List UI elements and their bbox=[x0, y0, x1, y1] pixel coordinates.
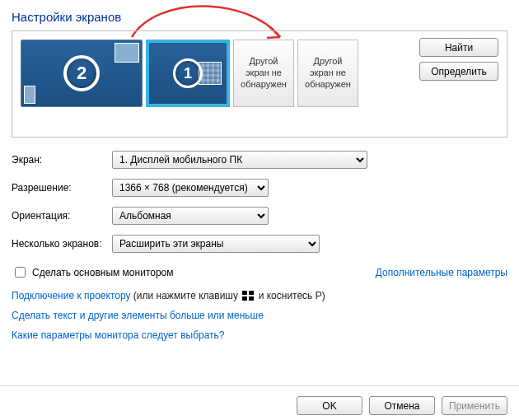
thumb2-mini-window-icon bbox=[24, 86, 35, 104]
projector-text-suffix: и коснитесь P) bbox=[255, 290, 325, 301]
find-button[interactable]: Найти bbox=[419, 38, 498, 57]
apply-button[interactable]: Применить bbox=[442, 396, 507, 415]
projector-text-prefix: (или нажмите клавишу bbox=[131, 290, 241, 301]
identify-button[interactable]: Определить bbox=[419, 62, 498, 81]
screen-label: Экран: bbox=[12, 154, 112, 166]
text-size-link[interactable]: Сделать текст и другие элементы больше и… bbox=[12, 310, 507, 321]
monitor-picker: 2 1 Другой экран не обнаружен Другой экр… bbox=[12, 30, 507, 138]
resolution-label: Разрешение: bbox=[12, 182, 112, 194]
cancel-button[interactable]: Отмена bbox=[369, 396, 435, 415]
which-monitor-link[interactable]: Какие параметры монитора следует выбрать… bbox=[12, 329, 507, 341]
monitor-tile-undetected-1[interactable]: Другой экран не обнаружен bbox=[233, 40, 294, 107]
projector-line: Подключение к проектору (или нажмите кла… bbox=[12, 290, 507, 301]
multi-select[interactable]: Расширить эти экраны bbox=[112, 235, 320, 253]
dialog-footer: OK Отмена Применить bbox=[0, 385, 519, 415]
windows-key-icon bbox=[242, 291, 254, 301]
screen-select[interactable]: 1. Дисплей мобильного ПК bbox=[112, 151, 367, 169]
monitor-tile-undetected-2[interactable]: Другой экран не обнаружен bbox=[297, 40, 358, 107]
make-primary-checkbox[interactable]: Сделать основным монитором bbox=[12, 264, 174, 280]
monitor-number-2: 2 bbox=[63, 55, 100, 91]
advanced-link[interactable]: Дополнительные параметры bbox=[376, 267, 507, 278]
multi-label: Несколько экранов: bbox=[12, 238, 112, 250]
monitor-thumb-2[interactable]: 2 bbox=[21, 40, 143, 107]
monitor-thumb-1-selected[interactable]: 1 bbox=[146, 40, 230, 107]
orientation-select[interactable]: Альбомная bbox=[112, 207, 269, 225]
resolution-select[interactable]: 1366 × 768 (рекомендуется) bbox=[112, 179, 269, 197]
orientation-label: Ориентация: bbox=[12, 210, 112, 222]
make-primary-label: Сделать основным монитором bbox=[32, 267, 174, 278]
monitor-number-1: 1 bbox=[173, 58, 203, 88]
projector-link[interactable]: Подключение к проектору bbox=[12, 290, 131, 301]
ok-button[interactable]: OK bbox=[297, 396, 362, 415]
thumb2-mini-window-icon bbox=[115, 43, 139, 63]
make-primary-input[interactable] bbox=[15, 267, 26, 278]
section-title: Настройки экранов bbox=[12, 10, 507, 24]
